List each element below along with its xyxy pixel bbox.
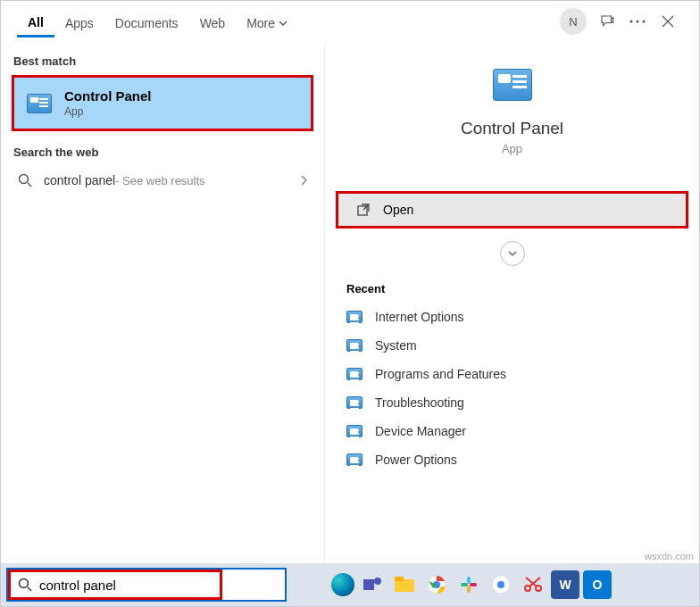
taskbar-word-icon[interactable]: W [551, 570, 579, 599]
svg-point-3 [20, 175, 29, 184]
taskbar: W O [1, 563, 699, 606]
svg-point-2 [643, 21, 646, 23]
web-result-hint: - See web results [115, 174, 204, 187]
recent-item[interactable]: Power Options [325, 445, 699, 474]
recent-item-label: Device Manager [375, 424, 466, 438]
tab-apps[interactable]: Apps [54, 7, 104, 36]
feedback-icon[interactable] [592, 6, 622, 37]
svg-rect-14 [467, 586, 471, 593]
chevron-right-icon [299, 174, 308, 187]
web-result[interactable]: control panel - See web results [1, 164, 324, 196]
avatar[interactable]: N [560, 8, 587, 35]
taskbar-teams-icon[interactable] [358, 570, 387, 599]
recent-item-label: Power Options [375, 453, 457, 467]
expand-button[interactable] [500, 241, 525, 266]
svg-point-5 [20, 579, 29, 588]
svg-rect-6 [363, 579, 374, 590]
open-button[interactable]: Open [336, 191, 688, 229]
svg-rect-13 [461, 583, 468, 586]
best-match-title: Control Panel [64, 88, 152, 104]
search-icon [17, 173, 33, 187]
taskbar-edge-icon[interactable] [331, 573, 354, 596]
control-panel-icon [346, 425, 362, 437]
control-panel-icon-large [493, 69, 532, 101]
recent-item[interactable]: System [325, 331, 699, 360]
taskbar-outlook-icon[interactable]: O [583, 570, 612, 599]
tab-web[interactable]: Web [189, 7, 237, 36]
close-icon[interactable] [653, 6, 683, 37]
recent-item[interactable]: Troubleshooting [325, 388, 699, 417]
search-input[interactable] [39, 578, 212, 593]
recent-item[interactable]: Device Manager [325, 417, 699, 445]
search-tabs: All Apps Documents Web More N [1, 1, 699, 42]
svg-rect-12 [467, 577, 471, 584]
recent-item-label: System [375, 338, 417, 353]
svg-rect-9 [395, 577, 404, 581]
recent-item[interactable]: Programs and Features [325, 360, 699, 388]
taskbar-chrome-icon[interactable] [422, 570, 451, 599]
web-search-label: Search the web [1, 138, 324, 164]
taskbar-searchbox[interactable] [6, 568, 287, 602]
recent-item-label: Programs and Features [375, 367, 506, 381]
detail-subtitle: App [325, 142, 699, 155]
detail-title: Control Panel [325, 119, 699, 138]
best-match-result[interactable]: Control Panel App [12, 75, 313, 131]
taskbar-slack-icon[interactable] [454, 570, 483, 599]
watermark: wsxdn.com [645, 551, 694, 561]
control-panel-icon [346, 368, 362, 380]
taskbar-snip-icon[interactable] [519, 570, 547, 599]
control-panel-icon [346, 396, 362, 409]
control-panel-icon [346, 311, 362, 323]
tab-documents[interactable]: Documents [104, 7, 189, 36]
best-match-subtitle: App [64, 105, 152, 118]
svg-point-17 [497, 581, 504, 588]
web-result-text: control panel [44, 173, 115, 187]
svg-point-1 [637, 21, 639, 23]
recent-item-label: Troubleshooting [375, 395, 464, 410]
control-panel-icon [346, 339, 362, 352]
recent-item-label: Internet Options [375, 310, 464, 324]
open-icon [356, 203, 371, 217]
chevron-down-icon [279, 19, 288, 28]
results-panel: Best match Control Panel App Search the … [1, 42, 324, 563]
taskbar-chrome2-icon[interactable] [487, 570, 515, 599]
tab-all[interactable]: All [17, 6, 54, 37]
best-match-label: Best match [1, 47, 324, 73]
search-icon [18, 578, 32, 592]
recent-item[interactable]: Internet Options [325, 303, 699, 331]
svg-point-7 [374, 578, 381, 585]
more-options-icon[interactable] [622, 6, 653, 37]
svg-rect-8 [395, 579, 414, 592]
svg-rect-15 [470, 583, 477, 586]
open-label: Open [383, 203, 413, 217]
taskbar-explorer-icon[interactable] [390, 570, 419, 599]
svg-point-0 [630, 21, 633, 23]
control-panel-icon [27, 94, 52, 113]
chevron-down-icon [507, 248, 518, 259]
recent-label: Recent [325, 266, 699, 303]
tab-more-label: More [246, 16, 275, 30]
control-panel-icon [346, 453, 362, 466]
detail-panel: Control Panel App Open Recent Internet O… [324, 42, 699, 563]
tab-more[interactable]: More [236, 7, 298, 36]
